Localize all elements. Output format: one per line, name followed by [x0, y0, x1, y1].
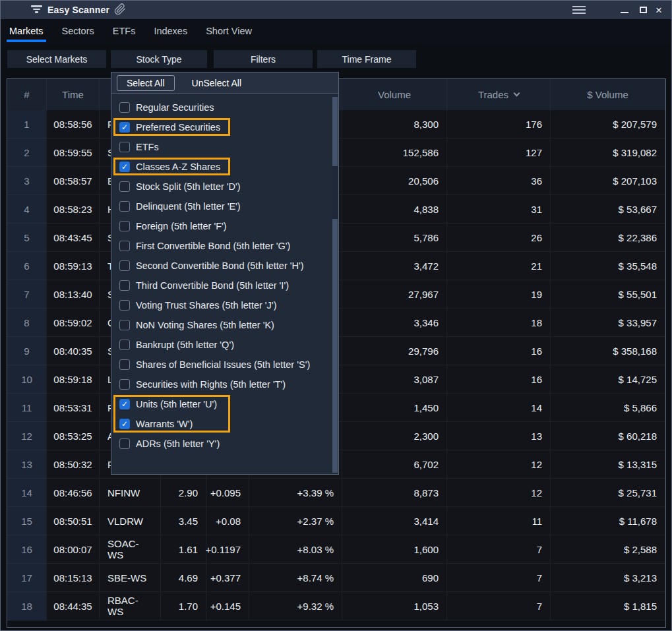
cell-time: 08:44:35 [47, 592, 100, 620]
row-number: 1 [7, 110, 47, 138]
cell-volume: 1,450 [342, 394, 447, 422]
select-markets-button[interactable]: Select Markets [7, 50, 106, 68]
cell-change-pct: +3.39 % [249, 479, 342, 507]
checkbox[interactable] [119, 359, 130, 370]
tab-sectors[interactable]: Sectors [62, 23, 94, 42]
table-row[interactable]: 18 08:44:35 RBAC-WS 1.70 +0.145 +9.32 % … [7, 592, 665, 620]
checkbox[interactable] [119, 438, 130, 449]
checkbox[interactable] [119, 340, 130, 350]
checkbox[interactable] [119, 122, 130, 133]
stock-type-button[interactable]: Stock Type [111, 50, 207, 68]
menu-icon[interactable] [572, 6, 586, 14]
minimize-button[interactable] [615, 1, 634, 19]
stock-type-option[interactable]: Second Convertible Bond (5th letter 'H') [111, 256, 332, 276]
checkbox[interactable] [119, 419, 130, 429]
filter-funnel-icon [30, 5, 42, 13]
stock-type-option[interactable]: Stock Split (5th letter 'D') [111, 177, 332, 196]
cell-trades: 31 [447, 195, 551, 224]
checkbox[interactable] [119, 181, 130, 192]
checkbox[interactable] [119, 399, 130, 409]
cell-volume: 5,786 [342, 224, 447, 252]
checkbox[interactable] [119, 300, 130, 311]
unselect-all-button[interactable]: UnSelect All [192, 78, 241, 88]
checkbox[interactable] [119, 142, 130, 152]
checkbox[interactable] [119, 221, 130, 231]
stock-type-option[interactable]: First Convertible Bond (5th letter 'G') [111, 236, 332, 256]
table-row[interactable]: 14 08:46:56 NFINW 2.90 +0.095 +3.39 % 8,… [7, 479, 665, 507]
cell-time: 08:59:02 [47, 309, 100, 337]
cell-time: 08:00:07 [47, 535, 100, 564]
col-header-number[interactable]: # [7, 79, 47, 110]
paperclip-icon[interactable] [114, 3, 126, 18]
table-row[interactable]: 15 08:50:51 VLDRW 3.45 +0.08 +2.37 % 3,4… [7, 507, 665, 535]
table-row[interactable]: 17 08:15:13 SBE-WS 4.69 +0.377 +8.74 % 6… [7, 564, 665, 592]
checkbox[interactable] [119, 260, 130, 271]
cell-change: +0.1197 [206, 535, 249, 564]
option-label: Warrants 'W') [136, 419, 193, 429]
option-label: NoN Voting Shares (5th letter 'K) [136, 320, 274, 330]
select-all-button[interactable]: Select All [117, 75, 175, 91]
col-header-trades[interactable]: Trades [447, 79, 551, 110]
stock-type-option[interactable]: Preferred Securities [111, 117, 332, 137]
cell-change: +0.377 [206, 564, 249, 592]
time-frame-button[interactable]: Time Frame [317, 50, 416, 68]
close-button[interactable]: × [649, 1, 669, 19]
col-header-volume[interactable]: Volume [342, 79, 447, 110]
tab-short-view[interactable]: Short View [206, 23, 252, 42]
checkbox[interactable] [119, 162, 130, 172]
filters-button[interactable]: Filters [214, 50, 313, 68]
cell-time: 08:43:45 [47, 224, 100, 252]
window-title: Easy Scanner [47, 5, 109, 15]
cell-time: 08:15:13 [47, 564, 100, 592]
row-number: 6 [7, 252, 47, 280]
checkbox[interactable] [119, 379, 130, 390]
cell-dollar-volume: $ 5,866 [551, 394, 665, 422]
row-number: 17 [7, 564, 47, 592]
scrollbar-thumb[interactable] [332, 166, 338, 219]
cell-time: 08:58:56 [47, 110, 100, 138]
stock-type-option[interactable]: Classes A-Z Shares [111, 157, 332, 177]
stock-type-option[interactable]: Regular Securities [111, 98, 332, 117]
cell-volume: 1,600 [342, 535, 447, 564]
cell-time: 08:58:23 [47, 195, 100, 224]
stock-type-option[interactable]: Units (5th letter 'U') [111, 394, 332, 414]
cell-trades: 19 [447, 280, 551, 309]
col-header-dollar-volume[interactable]: $ Volume [551, 79, 665, 110]
tab-etfs[interactable]: ETFs [113, 23, 136, 42]
option-label: Voting Trust Shares (5th letter 'J') [136, 300, 276, 311]
dropdown-scrollbar[interactable] [332, 97, 338, 473]
checkbox[interactable] [119, 320, 130, 330]
cell-volume: 152,586 [342, 138, 447, 167]
col-header-time[interactable]: Time [47, 79, 100, 110]
cell-trades: 7 [447, 535, 551, 564]
stock-type-option[interactable]: Bankrupt (5th letter 'Q') [111, 335, 332, 355]
stock-type-option[interactable]: ADRs (5th letter 'Y') [111, 434, 332, 454]
checkbox[interactable] [119, 102, 130, 113]
stock-type-option[interactable]: Securities with Rights (5th letter 'T') [111, 375, 332, 394]
stock-type-option[interactable]: ETFs [111, 137, 332, 157]
tab-markets[interactable]: Markets [9, 23, 44, 42]
cell-trades: 16 [447, 337, 551, 365]
stock-type-option[interactable]: Voting Trust Shares (5th letter 'J') [111, 295, 332, 315]
cell-dollar-volume: $ 3,213 [551, 564, 665, 592]
table-row[interactable]: 16 08:00:07 SOAC-WS 1.61 +0.1197 +8.03 %… [7, 535, 665, 564]
stock-type-option[interactable]: Warrants 'W') [111, 414, 332, 434]
stock-type-option[interactable]: Delinquent (5th letter 'E') [111, 196, 332, 216]
checkbox[interactable] [119, 280, 130, 291]
cell-dollar-volume: $ 207,103 [551, 167, 665, 195]
cell-dollar-volume: $ 11,678 [551, 507, 665, 535]
cell-volume: 3,472 [342, 252, 447, 280]
option-label: Shares of Beneficial Issues (5th letter … [136, 359, 310, 370]
checkbox[interactable] [119, 201, 130, 212]
cell-trades: 14 [447, 394, 551, 422]
stock-type-option[interactable]: NoN Voting Shares (5th letter 'K) [111, 315, 332, 335]
stock-type-option[interactable]: Shares of Beneficial Issues (5th letter … [111, 355, 332, 375]
stock-type-option[interactable]: Foreign (5th letter 'F') [111, 216, 332, 236]
option-label: Second Convertible Bond (5th letter 'H') [136, 260, 304, 271]
checkbox[interactable] [119, 241, 130, 251]
tab-indexes[interactable]: Indexes [154, 23, 187, 42]
stock-type-option[interactable]: Third Convertible Bond (5th letter 'I') [111, 276, 332, 295]
cell-volume: 29,796 [342, 337, 447, 365]
cell-price: 1.70 [161, 592, 206, 620]
cell-time: 08:59:18 [47, 365, 100, 394]
